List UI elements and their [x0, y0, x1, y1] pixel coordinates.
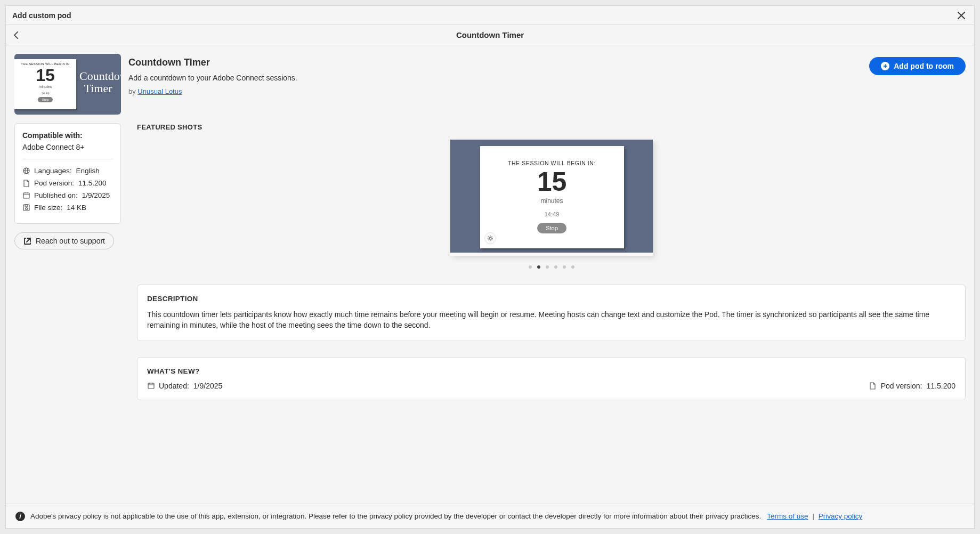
description-text: This countdown timer lets participants k…	[147, 309, 955, 331]
version-value: 11.5.200	[927, 382, 956, 390]
meta-value: 14 KB	[67, 204, 86, 212]
file-icon	[22, 180, 30, 187]
add-pod-label: Add pod to room	[894, 62, 954, 70]
subheader: Countdown Timer	[6, 25, 974, 45]
shot-stop: Stop	[537, 223, 566, 233]
shot-base	[450, 253, 653, 256]
meta-label: Published on:	[34, 191, 78, 199]
external-link-icon	[23, 237, 31, 245]
calendar-icon	[22, 192, 30, 199]
description-title: DESCRIPTION	[147, 295, 955, 303]
meta-label: File size:	[34, 204, 62, 212]
thumb-preview-card: THE SESSION WILL BEGIN IN 15 minutes 14:…	[14, 59, 76, 109]
whats-new-panel: WHAT'S NEW? Updated: 1/9/2025	[137, 357, 966, 400]
left-column: Compatible with: Adobe Connect 8+ Langua…	[14, 123, 121, 249]
compat-value: Adobe Connect 8+	[22, 143, 113, 151]
carousel-dot[interactable]	[571, 265, 574, 269]
support-label: Reach out to support	[36, 237, 105, 245]
meta-value: 11.5.200	[78, 179, 107, 187]
chevron-left-icon	[13, 31, 19, 39]
calendar-icon	[147, 382, 155, 390]
columns: Compatible with: Adobe Connect 8+ Langua…	[6, 123, 974, 409]
content-scroll[interactable]: THE SESSION WILL BEGIN IN 15 minutes 14:…	[6, 45, 974, 504]
carousel-dot[interactable]	[546, 265, 549, 269]
meta-row: File size: 14 KB	[22, 204, 113, 212]
meta-row: Pod version: 11.5.200	[22, 179, 113, 187]
dialog-title: Add custom pod	[12, 11, 71, 20]
shot-number: 15	[537, 168, 567, 195]
meta-label: Languages:	[34, 167, 72, 175]
carousel-dot[interactable]	[529, 265, 532, 269]
pod-header-info: Countdown Timer Add a countdown to your …	[128, 54, 297, 95]
description-panel: DESCRIPTION This countdown timer lets pa…	[137, 285, 966, 341]
pod-thumbnail: THE SESSION WILL BEGIN IN 15 minutes 14:…	[14, 54, 121, 115]
thumb-time: 14:49	[41, 92, 49, 95]
thumb-unit: minutes	[39, 85, 52, 88]
svg-point-4	[25, 208, 27, 210]
svg-rect-7	[148, 383, 154, 389]
version-info: Pod version: 11.5.200	[869, 382, 955, 390]
top-section: THE SESSION WILL BEGIN IN 15 minutes 14:…	[6, 45, 974, 123]
whats-new-row: Updated: 1/9/2025 Pod version: 11.5.200	[147, 382, 955, 390]
thumb-number: 15	[36, 67, 55, 84]
featured-shots-label: FEATURED SHOTS	[137, 123, 966, 131]
close-icon	[958, 12, 965, 19]
shot-line1: THE SESSION WILL BEGIN IN:	[508, 160, 596, 166]
titlebar: Add custom pod	[6, 6, 974, 25]
shot-time: 14:49	[545, 211, 560, 217]
compat-title: Compatible with:	[22, 131, 113, 140]
meta-row: Published on: 1/9/2025	[22, 191, 113, 199]
svg-point-6	[489, 237, 491, 239]
shot-card: THE SESSION WILL BEGIN IN: 15 minutes 14…	[480, 146, 624, 248]
footer: i Adobe's privacy policy is not applicab…	[6, 504, 974, 528]
author-link[interactable]: Unusual Lotus	[137, 87, 182, 95]
thumb-script-title: Countdown Timer	[79, 70, 117, 94]
separator: |	[812, 512, 814, 520]
meta-value: 1/9/2025	[82, 191, 110, 199]
compatibility-card: Compatible with: Adobe Connect 8+ Langua…	[14, 123, 121, 224]
carousel-dot[interactable]	[563, 265, 566, 269]
pod-name: Countdown Timer	[128, 57, 297, 68]
divider	[22, 159, 113, 159]
gear-icon	[484, 232, 496, 244]
version-label: Pod version:	[881, 382, 922, 390]
plus-circle-icon: +	[881, 62, 889, 70]
featured-shot-wrap: THE SESSION WILL BEGIN IN: 15 minutes 14…	[137, 140, 966, 256]
carousel-dot[interactable]	[554, 265, 557, 269]
meta-row: Languages: English	[22, 167, 113, 175]
globe-icon	[22, 167, 30, 175]
carousel-dots	[137, 265, 966, 269]
right-column: FEATURED SHOTS THE SESSION WILL BEGIN IN…	[137, 123, 966, 400]
info-icon: i	[15, 512, 25, 521]
disk-icon	[22, 204, 30, 212]
thumb-stop: Stop	[38, 97, 53, 102]
subheader-title: Countdown Timer	[6, 30, 974, 39]
pod-author-line: by Unusual Lotus	[128, 87, 297, 95]
back-button[interactable]	[6, 25, 26, 45]
close-button[interactable]	[955, 9, 968, 22]
featured-shot: THE SESSION WILL BEGIN IN: 15 minutes 14…	[450, 140, 653, 256]
pod-tagline: Add a countdown to your Adobe Connect se…	[128, 74, 297, 82]
reach-out-support-button[interactable]: Reach out to support	[14, 232, 114, 249]
carousel-dot[interactable]	[537, 265, 540, 269]
meta-value: English	[76, 167, 100, 175]
by-prefix: by	[128, 87, 137, 95]
svg-rect-2	[23, 193, 29, 198]
meta-label: Pod version:	[34, 179, 74, 187]
shot-unit: minutes	[540, 197, 563, 205]
privacy-link[interactable]: Privacy policy	[819, 512, 863, 520]
add-pod-button[interactable]: + Add pod to room	[869, 57, 966, 75]
updated-info: Updated: 1/9/2025	[147, 382, 222, 390]
updated-value: 1/9/2025	[193, 382, 223, 390]
whats-new-title: WHAT'S NEW?	[147, 367, 955, 375]
footer-text-wrap: Adobe's privacy policy is not applicable…	[30, 512, 862, 520]
terms-link[interactable]: Terms of use	[767, 512, 808, 520]
updated-label: Updated:	[159, 382, 189, 390]
file-icon	[869, 382, 877, 390]
footer-text: Adobe's privacy policy is not applicable…	[30, 512, 761, 520]
dialog-frame: Add custom pod Countdown Timer THE SESSI…	[5, 5, 975, 529]
svg-rect-5	[25, 205, 28, 206]
